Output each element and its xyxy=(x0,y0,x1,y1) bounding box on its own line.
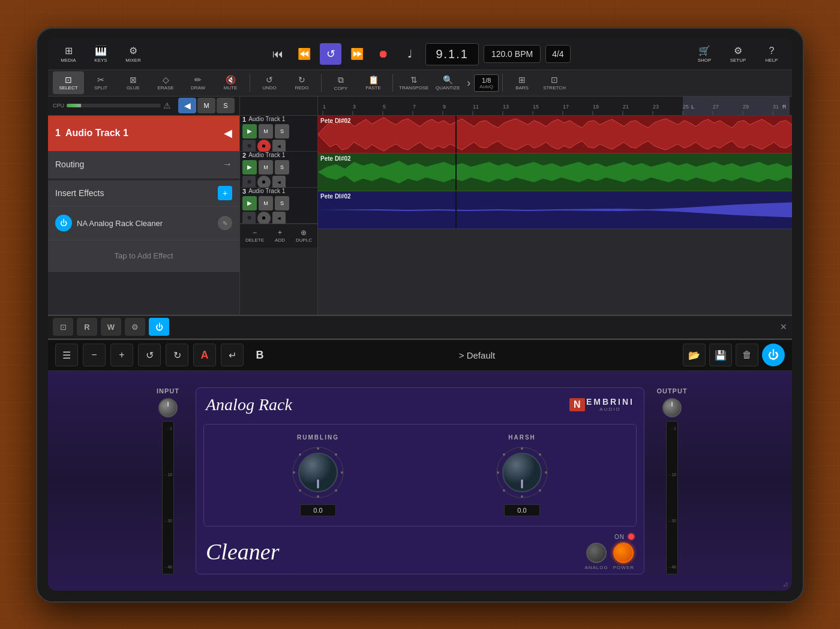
bottom-section: ☰ − + ↺ ↻ A ↵ B > Default 📂 💾 🗑 ⏻ xyxy=(48,339,792,591)
transport-center: ⏮ ⏪ ↺ ⏩ ⏺ ♩ 9.1.1 120.0 BPM 4/4 xyxy=(151,43,686,65)
split-icon: ✂ xyxy=(97,75,104,85)
mixer-button[interactable]: ⚙ MIXER xyxy=(118,41,149,67)
input-knob[interactable] xyxy=(158,398,178,417)
bars-button[interactable]: ⊞ BARS xyxy=(506,71,538,94)
waveform-track-2[interactable]: Pete DI#02 xyxy=(318,154,792,191)
track-3-solo-button[interactable]: S xyxy=(275,196,289,210)
routing-row[interactable]: Routing → xyxy=(48,152,239,178)
track-1-solo-button[interactable]: S xyxy=(275,124,289,139)
cpu-meter-area: CPU ⚠ ◀ M S xyxy=(48,97,239,116)
output-knob[interactable] xyxy=(662,398,682,417)
analog-knob[interactable] xyxy=(586,543,607,563)
cpu-bar xyxy=(67,104,161,107)
plugin-close-button[interactable]: ✕ xyxy=(780,322,787,332)
plugin-bypass-button[interactable]: ⏻ xyxy=(762,344,785,366)
insert-effects-add-button[interactable]: + xyxy=(218,186,232,200)
track-3-monitor-button[interactable]: ◄ xyxy=(272,212,286,225)
track-expand-arrow[interactable]: ◀ xyxy=(224,127,232,140)
plugin-plus-button[interactable]: + xyxy=(110,344,133,366)
select-tool-button[interactable]: ⊡ SELECT xyxy=(53,71,84,94)
rumbling-knob[interactable] xyxy=(291,446,345,499)
mixer-icon: ⚙ xyxy=(129,45,137,56)
effect-edit-button[interactable]: ✎ xyxy=(218,216,232,230)
copy-button[interactable]: ⧉ COPY xyxy=(325,71,356,94)
track-3-play-button[interactable]: ▶ xyxy=(242,196,257,210)
power-knob[interactable] xyxy=(613,543,634,563)
mute-tool-button[interactable]: 🔇 MUTE xyxy=(215,71,246,94)
stretch-button[interactable]: ⊡ STRETCH xyxy=(539,71,570,94)
help-button[interactable]: ? HELP xyxy=(756,41,787,67)
time-sig-display[interactable]: 4/4 xyxy=(545,45,570,63)
resize-handle[interactable]: ⊿ xyxy=(782,580,788,588)
transpose-button[interactable]: ⇅ TRANSPOSE xyxy=(397,71,431,94)
plugin-menu-button[interactable]: ☰ xyxy=(55,344,78,366)
plugin-minus-button[interactable]: − xyxy=(83,344,106,366)
track-3-record-button[interactable]: ⏺ xyxy=(257,212,271,225)
rewind-to-start-button[interactable]: ⏮ xyxy=(267,43,289,65)
setup-button[interactable]: ⚙ SETUP xyxy=(722,41,754,67)
track-1-mute-button[interactable]: M xyxy=(259,124,273,139)
solo-all-button[interactable]: S xyxy=(217,98,235,113)
mute-all-button[interactable]: M xyxy=(197,98,215,113)
duplicate-track-button[interactable]: ⊕ DUPLC xyxy=(296,228,312,243)
quantize-button[interactable]: 🔍 QUANTIZE xyxy=(432,71,463,94)
undo-button[interactable]: ↺ UNDO xyxy=(254,71,285,94)
svg-point-56 xyxy=(317,495,319,498)
plugin-undo-button[interactable]: ↺ xyxy=(138,344,161,366)
delete-track-button[interactable]: − DELETE xyxy=(245,228,264,243)
harsh-knob[interactable] xyxy=(495,446,549,499)
plugin-b-button[interactable]: B xyxy=(248,344,271,366)
output-fader-track[interactable]: - 1 - 18 - 30 - 48 xyxy=(666,421,678,574)
effect-power-button[interactable]: ⏻ xyxy=(55,215,72,231)
track-2-record-button[interactable]: ⏺ xyxy=(257,176,271,189)
time-display[interactable]: 9.1.1 xyxy=(425,43,478,65)
rewind-button[interactable]: ⏪ xyxy=(293,43,315,65)
track-2-play-button[interactable]: ▶ xyxy=(242,160,257,174)
ruler: 1 3 5 7 9 11 13 xyxy=(318,97,792,116)
track-1-monitor-button[interactable]: ◄ xyxy=(272,140,286,153)
track-3-settings-button[interactable]: ⚙ xyxy=(242,212,256,225)
plugin-r-button[interactable]: R xyxy=(77,318,97,336)
plugin-power-button[interactable]: ⏻ xyxy=(149,318,169,336)
glue-tool-button[interactable]: ⊠ GLUE xyxy=(118,71,149,94)
add-effect-button[interactable]: Tap to Add Effect xyxy=(48,240,239,272)
metronome-button[interactable]: ♩ xyxy=(399,43,421,65)
plugin-link-button[interactable]: ⚙ xyxy=(125,318,145,336)
plugin-full-screen-button[interactable]: ⊡ xyxy=(53,318,73,336)
redo-button[interactable]: ↻ REDO xyxy=(286,71,317,94)
draw-tool-button[interactable]: ✏ DRAW xyxy=(182,71,214,94)
keys-button[interactable]: 🎹 KEYS xyxy=(85,41,116,67)
rumbling-knob-group: RUMBLING xyxy=(291,434,345,516)
plugin-save-button[interactable]: 💾 xyxy=(709,344,732,366)
split-tool-button[interactable]: ✂ SPLIT xyxy=(85,71,116,94)
track-1-record-button[interactable]: ⏺ xyxy=(257,140,271,153)
bpm-display[interactable]: 120.0 BPM xyxy=(484,45,541,63)
track-2-mute-button[interactable]: M xyxy=(259,160,273,174)
media-button[interactable]: ⊞ MEDIA xyxy=(53,41,84,67)
shop-button[interactable]: 🛒 SHOP xyxy=(689,41,720,67)
track-3-mute-button[interactable]: M xyxy=(259,196,273,210)
plugin-a-button[interactable]: A xyxy=(193,344,216,366)
forward-button[interactable]: ⏩ xyxy=(346,43,368,65)
track-1-play-button[interactable]: ▶ xyxy=(242,124,257,139)
waveform-track-1[interactable]: Pete DI#02 xyxy=(318,116,792,154)
plugin-delete-preset-button[interactable]: 🗑 xyxy=(736,344,758,366)
track-2-solo-button[interactable]: S xyxy=(275,160,289,174)
knobs-row: RUMBLING xyxy=(216,434,624,516)
plugin-arrow-button[interactable]: ↵ xyxy=(221,344,244,366)
plugin-folder-open-button[interactable]: 📂 xyxy=(683,344,706,366)
waveform-track-3[interactable]: Pete DI#02 xyxy=(318,191,792,229)
erase-tool-button[interactable]: ◇ ERASE xyxy=(150,71,181,94)
plugin-redo-button[interactable]: ↻ xyxy=(166,344,188,366)
cpu-overload-icon[interactable]: ⚠ xyxy=(163,101,171,110)
track-select-left-button[interactable]: ◀ xyxy=(178,98,196,113)
input-fader-track[interactable]: - 1 - 18 - 30 - 48 xyxy=(162,421,174,574)
track-1-settings-button[interactable]: ⚙ xyxy=(242,140,256,153)
loop-button[interactable]: ↺ xyxy=(320,43,341,65)
paste-button[interactable]: 📋 PASTE xyxy=(358,71,389,94)
track-2-settings-button[interactable]: ⚙ xyxy=(242,176,256,189)
plugin-w-button[interactable]: W xyxy=(101,318,121,336)
track-2-monitor-button[interactable]: ◄ xyxy=(272,176,286,189)
record-button[interactable]: ⏺ xyxy=(373,43,394,65)
add-track-button[interactable]: + ADD xyxy=(275,228,285,243)
